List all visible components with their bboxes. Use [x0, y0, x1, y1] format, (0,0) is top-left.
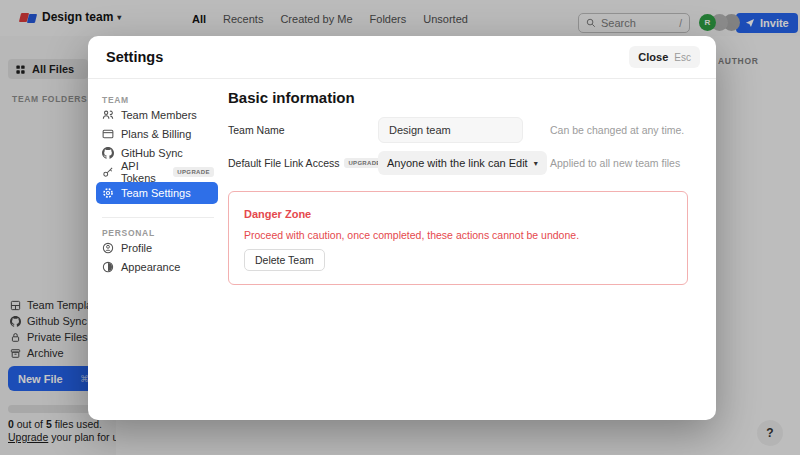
- link-access-hint: Applied to all new team files: [550, 157, 700, 169]
- link-access-value: Anyone with the link can Edit: [387, 157, 528, 169]
- team-name-label: Team Name: [228, 124, 378, 136]
- delete-team-button[interactable]: Delete Team: [244, 249, 325, 271]
- settings-item-label: Plans & Billing: [121, 128, 191, 140]
- team-name-input[interactable]: Design team: [378, 117, 523, 143]
- github-icon: [102, 147, 114, 159]
- settings-item-label: Team Settings: [121, 187, 191, 199]
- modal-header: Settings Close Esc: [88, 36, 716, 79]
- danger-zone-description: Proceed with caution, once completed, th…: [244, 229, 579, 241]
- settings-item-team-settings[interactable]: Team Settings: [96, 182, 218, 204]
- appearance-icon: [102, 261, 114, 273]
- team-name-value: Design team: [389, 124, 451, 136]
- close-button[interactable]: Close Esc: [629, 46, 700, 68]
- esc-shortcut-hint: Esc: [674, 52, 691, 63]
- profile-icon: [102, 242, 114, 254]
- upgrade-badge: UPGRADE: [173, 167, 214, 177]
- team-name-row: Team Name Design team Can be changed at …: [228, 117, 700, 143]
- settings-item-appearance[interactable]: Appearance: [102, 258, 214, 276]
- settings-item-profile[interactable]: Profile: [102, 239, 214, 257]
- basic-information-heading: Basic information: [228, 89, 355, 106]
- settings-item-api-tokens[interactable]: API Tokens UPGRADE: [102, 163, 214, 181]
- gear-icon: [102, 187, 114, 199]
- sidebar-divider: [102, 217, 214, 218]
- modal-title: Settings: [106, 49, 163, 65]
- danger-zone-panel: Danger Zone Proceed with caution, once c…: [228, 191, 688, 285]
- team-section-label: TEAM: [102, 95, 129, 105]
- settings-item-label: Profile: [121, 242, 152, 254]
- people-icon: [102, 109, 114, 121]
- key-icon: [102, 166, 114, 178]
- settings-item-label: API Tokens: [121, 160, 166, 184]
- danger-zone-title: Danger Zone: [244, 208, 311, 220]
- settings-sidebar: TEAM Team Members: [88, 79, 226, 419]
- link-access-label: Default File Link Access UPGRADE: [228, 157, 378, 169]
- settings-item-team-members[interactable]: Team Members: [102, 106, 214, 124]
- settings-item-label: Appearance: [121, 261, 180, 273]
- settings-modal: Settings Close Esc TEAM Team Members: [88, 36, 716, 420]
- team-name-hint: Can be changed at any time.: [550, 124, 700, 136]
- link-access-dropdown[interactable]: Anyone with the link can Edit ▾: [378, 151, 547, 175]
- billing-card-icon: [102, 128, 114, 140]
- chevron-down-icon: ▾: [534, 159, 538, 168]
- close-button-label: Close: [638, 51, 668, 63]
- settings-item-plans-billing[interactable]: Plans & Billing: [102, 125, 214, 143]
- settings-item-label: GitHub Sync: [121, 147, 183, 159]
- link-access-row: Default File Link Access UPGRADE Anyone …: [228, 151, 700, 175]
- settings-item-label: Team Members: [121, 109, 197, 121]
- personal-section-label: PERSONAL: [102, 228, 155, 238]
